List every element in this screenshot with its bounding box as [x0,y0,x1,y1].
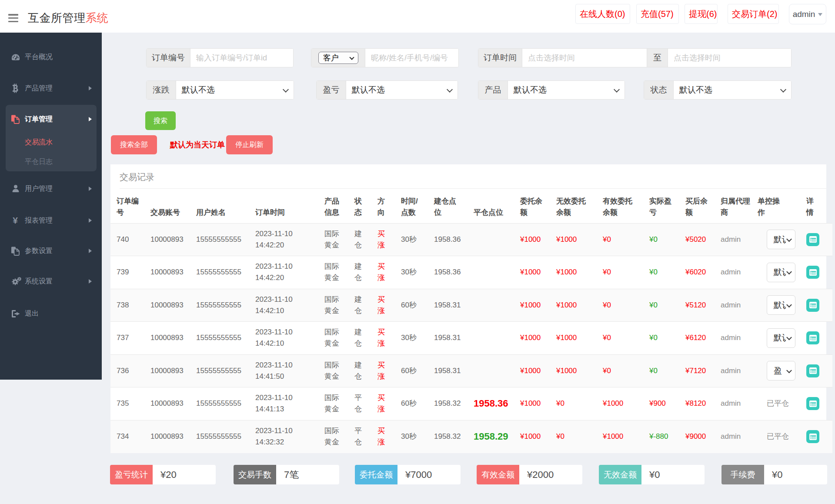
svg-text:¥: ¥ [13,216,18,225]
